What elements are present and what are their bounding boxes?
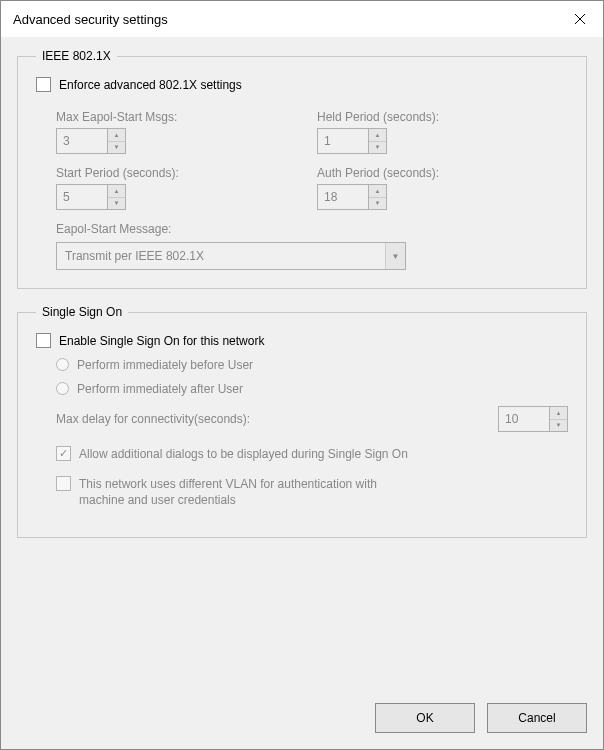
before-user-row: Perform immediately before User bbox=[56, 358, 568, 372]
sso-legend: Single Sign On bbox=[36, 305, 128, 319]
held-spinner: 1 ▲ ▼ bbox=[317, 128, 387, 154]
max-eapol-spinner: 3 ▲ ▼ bbox=[56, 128, 126, 154]
close-icon bbox=[574, 13, 586, 25]
allow-dialogs-row: ✓ Allow additional dialogs to be display… bbox=[56, 446, 568, 462]
vlan-row: This network uses different VLAN for aut… bbox=[56, 476, 568, 508]
held-value: 1 bbox=[318, 129, 368, 153]
start-spinner: 5 ▲ ▼ bbox=[56, 184, 126, 210]
auth-spinner: 18 ▲ ▼ bbox=[317, 184, 387, 210]
spin-up-icon: ▲ bbox=[369, 185, 386, 198]
client-area: IEEE 802.1X Enforce advanced 802.1X sett… bbox=[1, 37, 603, 749]
auth-value: 18 bbox=[318, 185, 368, 209]
cancel-button[interactable]: Cancel bbox=[487, 703, 587, 733]
eapol-msg-label: Eapol-Start Message: bbox=[56, 222, 568, 236]
held-label: Held Period (seconds): bbox=[317, 110, 568, 124]
before-user-radio bbox=[56, 358, 69, 371]
allow-dialogs-checkbox: ✓ bbox=[56, 446, 71, 461]
close-button[interactable] bbox=[557, 1, 603, 37]
chevron-down-icon: ▼ bbox=[392, 252, 400, 261]
auth-spin-buttons: ▲ ▼ bbox=[368, 185, 386, 209]
start-spin-buttons: ▲ ▼ bbox=[107, 185, 125, 209]
after-user-radio bbox=[56, 382, 69, 395]
start-label: Start Period (seconds): bbox=[56, 166, 307, 180]
spin-up-icon: ▲ bbox=[369, 129, 386, 142]
dialog-window: Advanced security settings IEEE 802.1X E… bbox=[0, 0, 604, 750]
spin-down-icon: ▼ bbox=[108, 142, 125, 154]
before-user-label: Perform immediately before User bbox=[77, 358, 253, 372]
max-eapol-spin-buttons: ▲ ▼ bbox=[107, 129, 125, 153]
dialog-title: Advanced security settings bbox=[13, 12, 168, 27]
max-eapol-label: Max Eapol-Start Msgs: bbox=[56, 110, 307, 124]
titlebar: Advanced security settings bbox=[1, 1, 603, 37]
enforce-row: Enforce advanced 802.1X settings bbox=[36, 77, 568, 92]
start-value: 5 bbox=[57, 185, 107, 209]
allow-dialogs-label: Allow additional dialogs to be displayed… bbox=[79, 446, 408, 462]
spin-down-icon: ▼ bbox=[550, 420, 567, 432]
after-user-label: Perform immediately after User bbox=[77, 382, 243, 396]
spin-up-icon: ▲ bbox=[108, 185, 125, 198]
spin-down-icon: ▼ bbox=[369, 142, 386, 154]
sso-body: Perform immediately before User Perform … bbox=[56, 358, 568, 509]
spin-up-icon: ▲ bbox=[550, 407, 567, 420]
ok-button[interactable]: OK bbox=[375, 703, 475, 733]
max-eapol-value: 3 bbox=[57, 129, 107, 153]
vlan-checkbox bbox=[56, 476, 71, 491]
enforce-label: Enforce advanced 802.1X settings bbox=[59, 78, 242, 92]
start-field: Start Period (seconds): 5 ▲ ▼ bbox=[56, 158, 307, 210]
enable-sso-checkbox[interactable] bbox=[36, 333, 51, 348]
maxdelay-spin-buttons: ▲ ▼ bbox=[549, 407, 567, 431]
spin-down-icon: ▼ bbox=[108, 198, 125, 210]
eapol-msg-value: Transmit per IEEE 802.1X bbox=[57, 249, 385, 263]
eapol-msg-combo: Transmit per IEEE 802.1X ▼ bbox=[56, 242, 406, 270]
spin-up-icon: ▲ bbox=[108, 129, 125, 142]
enable-sso-label: Enable Single Sign On for this network bbox=[59, 334, 264, 348]
sso-group: Single Sign On Enable Single Sign On for… bbox=[17, 305, 587, 538]
eapol-msg-row: Eapol-Start Message: Transmit per IEEE 8… bbox=[56, 222, 568, 270]
auth-field: Auth Period (seconds): 18 ▲ ▼ bbox=[317, 158, 568, 210]
ieee-group: IEEE 802.1X Enforce advanced 802.1X sett… bbox=[17, 49, 587, 289]
combo-dropdown-button: ▼ bbox=[385, 243, 405, 269]
enforce-checkbox[interactable] bbox=[36, 77, 51, 92]
maxdelay-value: 10 bbox=[499, 407, 549, 431]
spin-down-icon: ▼ bbox=[369, 198, 386, 210]
held-spin-buttons: ▲ ▼ bbox=[368, 129, 386, 153]
maxdelay-spinner: 10 ▲ ▼ bbox=[498, 406, 568, 432]
enable-sso-row: Enable Single Sign On for this network bbox=[36, 333, 568, 348]
ieee-fields-grid: Max Eapol-Start Msgs: 3 ▲ ▼ Held Period … bbox=[56, 102, 568, 210]
held-field: Held Period (seconds): 1 ▲ ▼ bbox=[317, 102, 568, 154]
after-user-row: Perform immediately after User bbox=[56, 382, 568, 396]
vlan-label: This network uses different VLAN for aut… bbox=[79, 476, 419, 508]
maxdelay-row: Max delay for connectivity(seconds): 10 … bbox=[56, 406, 568, 432]
ieee-legend: IEEE 802.1X bbox=[36, 49, 117, 63]
auth-label: Auth Period (seconds): bbox=[317, 166, 568, 180]
maxdelay-label: Max delay for connectivity(seconds): bbox=[56, 412, 250, 426]
button-bar: OK Cancel bbox=[17, 697, 587, 733]
check-icon: ✓ bbox=[59, 448, 68, 459]
max-eapol-field: Max Eapol-Start Msgs: 3 ▲ ▼ bbox=[56, 102, 307, 154]
